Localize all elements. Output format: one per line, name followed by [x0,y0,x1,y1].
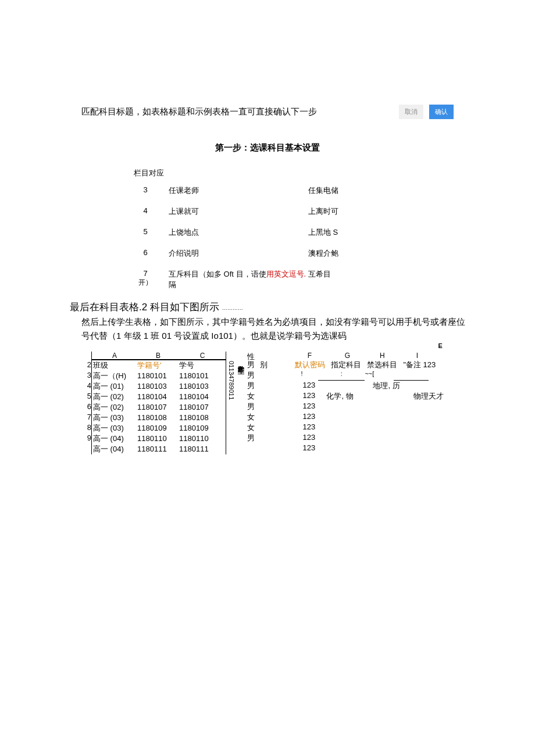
cell-pwd: 123 [297,443,320,454]
vertical-col-name: 生生姓学学学学学学学学 生生生生生生 [237,352,245,454]
row-num: 3 [79,370,91,381]
col-letter-h: H [365,352,400,360]
cell-num: 1180103 [179,381,226,392]
map-num: 6 [134,248,157,257]
row-numbers: 2 3 4 5 6 7 8 9 [79,352,91,443]
mapping-row: 4 上课就可 上离时可 [134,206,442,217]
cell-note [413,422,454,433]
cell-sub [326,381,373,391]
cell-note [413,433,454,443]
col-letter-i: I [400,352,434,360]
row-num: 4 [79,381,91,391]
cell-pwd: 123 [297,433,320,443]
student-table: 2 3 4 5 6 7 8 9 A B C 班级 学籍号' 学号 高一（(H)1… [79,352,535,454]
cell-sid: 1180108 [137,413,179,423]
cell-ban [373,443,413,454]
col-letter-c: C [179,352,226,360]
gender-header-1: 性 [246,352,255,360]
mapping-section: 栏目对应 3 任课老师 任集电储 4 上课就可 上离时可 5 上饶地点 上黑地 … [134,168,442,290]
map-left-red: 用英文逗号. [266,270,306,278]
intro-text: 匹配科目标题，如表格标题和示例表格一直可直接确认下一步 [81,106,317,117]
header-class: 班级 [92,360,137,371]
map-num-val: 7 [143,269,147,278]
heading-text: 最后在科目表格.2 科目如下图所示 [70,302,219,313]
cell-pwd: 123 [297,402,320,412]
cell-note: 物理天才 [413,391,454,402]
scribble: ~~[ [365,370,394,381]
main-columns: A B C 班级 学籍号' 学号 高一（(H)11801011180101 高一… [91,352,226,454]
gender-cell: 男 [246,370,255,381]
map-left: 互斥科目（如多 Oft 目，语使用英文逗号.隔 [157,269,308,290]
map-num: 3 [134,185,157,194]
col-letter-g: G [330,352,365,360]
scribble: : [318,370,365,381]
header-ban-subject: 禁选科目 [367,360,403,370]
header-password: 默认密码 [295,360,331,370]
cell-class: 高一 (03) [92,423,137,433]
map-right: 澳程介鲍 [308,248,361,259]
cell-num: 1180104 [179,392,226,402]
cell-class: 高一 (04) [92,433,137,444]
cell-num: 1180111 [179,444,226,454]
gender-cell: 男 [246,360,255,370]
cell-num: 1180110 [179,433,226,444]
cell-class: 高一 (02) [92,392,137,402]
cell-num: 1180101 [179,371,226,381]
right-block: E F G H I 别 默认密码 指定科目 禁选科目 "备注 123 ! : ~… [260,352,454,454]
map-right: 任集电储 [308,185,361,196]
header-assign-subject: 指定科目 [331,360,367,370]
col-letter-b: B [137,352,179,360]
cell-sub [326,443,373,454]
gender-cell: 男 [246,433,255,443]
gender-column: 性 男 男 男 女 男 女 女 男 [246,352,255,443]
map-left: 上饶地点 [157,227,308,238]
cell-sub [326,433,373,443]
cell-sub [326,402,373,412]
cell-note [413,381,454,391]
row-num: 8 [79,422,91,433]
map-num-suffix: 开） [138,278,152,286]
cell-note [413,443,454,454]
header-studentid: 学籍号' [137,360,179,371]
cell-ban: 地理, 历 [373,381,413,391]
section-heading: 最后在科目表格.2 科目如下图所示 ………… [70,300,535,314]
header-gender2: 别 [260,360,273,370]
row-num: 2 [79,360,91,370]
row-num: 7 [79,412,91,422]
confirm-button[interactable]: 确认 [429,105,454,119]
map-left-post: 隔 [169,280,176,289]
cell-class: 高一 (02) [92,402,137,413]
mapping-row: 6 介绍说明 澳程介鲍 [134,248,442,259]
mapping-header: 栏目对应 [134,168,442,178]
cell-class: 高一 (03) [92,413,137,423]
cell-class: 高一 (04) [92,444,137,454]
mapping-row: 7 开） 互斥科目（如多 Oft 目，语使用英文逗号.隔 互希目 [134,269,442,290]
cell-note [413,402,454,412]
cancel-button[interactable]: 取消 [399,105,423,119]
header-number: 学号 [179,360,226,371]
col-letter-f: F [289,352,330,360]
map-num: 5 [134,227,157,236]
cell-ban [373,433,413,443]
cell-ban [373,412,413,422]
map-right: 上离时可 [308,206,361,217]
cell-class: 高一 (01) [92,381,137,392]
cell-sid: 1180103 [137,381,179,392]
mapping-row: 3 任课老师 任集电储 [134,185,442,196]
cell-sub [326,422,373,433]
cell-sid: 1180101 [137,371,179,381]
mapping-row: 5 上饶地点 上黑地 S [134,227,442,238]
row-num: 9 [79,433,91,443]
gender-cell: 男 [246,381,255,391]
cell-num: 1180107 [179,402,226,413]
map-right: 互希目 [308,269,361,280]
vertical-col-d: 01134789011 [227,352,235,454]
cell-ban [373,391,413,402]
upload-paragraph: 然后上传学生表格，如下图所示，其中学籍号姓名为必填项目，如没有学籍号可以用手机号… [81,315,465,343]
cell-pwd: 123 [297,381,320,391]
header-remark: "备注 123 [403,360,444,370]
cell-sid: 1180104 [137,392,179,402]
cell-note [413,412,454,422]
map-left: 介绍说明 [157,248,308,259]
cell-num: 1180108 [179,413,226,423]
